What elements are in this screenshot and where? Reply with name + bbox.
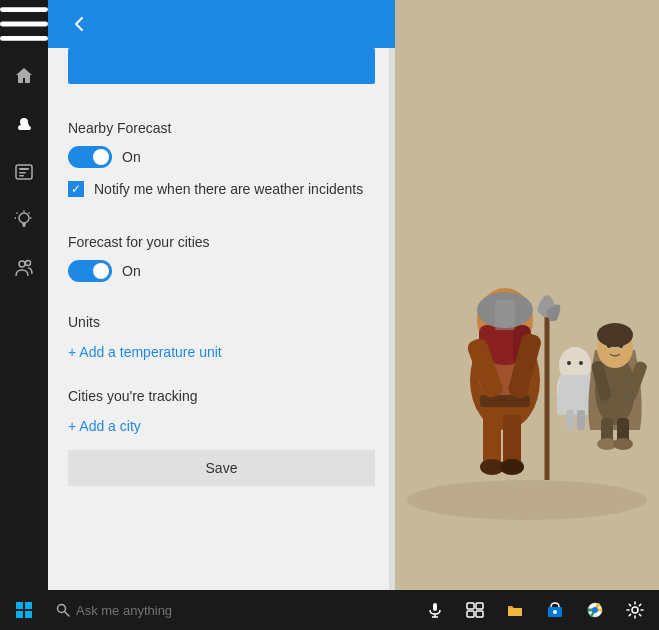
svg-rect-6 xyxy=(503,415,521,465)
svg-point-50 xyxy=(26,261,31,266)
start-button[interactable] xyxy=(0,590,48,630)
search-input[interactable] xyxy=(76,603,320,618)
svg-point-68 xyxy=(592,607,598,613)
svg-rect-5 xyxy=(483,415,501,465)
people-icon xyxy=(14,258,34,278)
panel-header xyxy=(48,0,395,48)
store-icon xyxy=(546,601,564,619)
news-icon xyxy=(14,162,34,182)
search-icon xyxy=(56,603,70,617)
svg-rect-61 xyxy=(476,603,483,609)
svg-rect-22 xyxy=(566,410,574,430)
svg-rect-23 xyxy=(577,410,585,430)
svg-rect-60 xyxy=(467,603,474,609)
cortana-icon[interactable] xyxy=(415,590,455,630)
svg-rect-41 xyxy=(19,172,26,174)
svg-point-21 xyxy=(579,361,583,365)
chrome-icon xyxy=(586,601,604,619)
svg-point-34 xyxy=(613,438,633,450)
hamburger-icon xyxy=(0,0,48,48)
hamburger-menu[interactable] xyxy=(0,0,48,48)
svg-point-49 xyxy=(19,261,25,267)
back-button[interactable] xyxy=(64,8,96,40)
settings-gear-button[interactable] xyxy=(615,590,655,630)
forecast-cities-toggle[interactable] xyxy=(68,260,112,282)
mic-icon xyxy=(426,601,444,619)
sidebar-item-people[interactable] xyxy=(0,244,48,292)
scroll-indicator xyxy=(389,48,395,590)
partial-top-section xyxy=(48,48,395,84)
settings-panel: Nearby Forecast On ✓ Notify me when ther… xyxy=(48,0,395,590)
task-view-button[interactable] xyxy=(455,590,495,630)
weather-incidents-label: Notify me when there are weather inciden… xyxy=(94,180,363,198)
forecast-cities-toggle-label: On xyxy=(122,263,141,279)
desktop-wallpaper xyxy=(395,0,659,580)
add-temperature-unit-link[interactable]: + Add a temperature unit xyxy=(68,344,222,360)
bulb-icon xyxy=(14,210,34,230)
svg-rect-53 xyxy=(16,611,23,618)
svg-line-47 xyxy=(17,213,18,214)
sidebar-item-news[interactable] xyxy=(0,148,48,196)
svg-rect-42 xyxy=(19,175,24,177)
file-explorer-button[interactable] xyxy=(495,590,535,630)
svg-point-1 xyxy=(407,480,647,520)
app-panel: Nearby Forecast On ✓ Notify me when ther… xyxy=(0,0,395,590)
section-gap-2 xyxy=(68,214,375,230)
forecast-cities-toggle-row: On xyxy=(68,260,375,282)
svg-rect-51 xyxy=(16,602,23,609)
partial-button xyxy=(68,48,375,84)
svg-rect-57 xyxy=(433,603,437,611)
svg-rect-14 xyxy=(495,300,515,330)
store-button[interactable] xyxy=(535,590,575,630)
section-gap-3 xyxy=(68,294,375,310)
svg-point-26 xyxy=(597,323,633,347)
content-inner: Nearby Forecast On ✓ Notify me when ther… xyxy=(48,88,395,514)
chrome-button[interactable] xyxy=(575,590,615,630)
windows-logo-icon xyxy=(16,602,32,618)
weather-icon xyxy=(14,114,34,134)
panel-content[interactable]: Nearby Forecast On ✓ Notify me when ther… xyxy=(48,48,395,590)
svg-point-28 xyxy=(619,344,623,348)
svg-rect-54 xyxy=(25,611,32,618)
sidebar-item-home[interactable] xyxy=(0,52,48,100)
toggle-knob xyxy=(93,149,109,165)
weather-incidents-checkbox[interactable]: ✓ xyxy=(68,181,84,197)
svg-rect-64 xyxy=(508,608,522,616)
sidebar-nav xyxy=(0,52,48,292)
nearby-forecast-toggle-label: On xyxy=(122,149,141,165)
home-icon xyxy=(14,66,34,86)
svg-rect-37 xyxy=(0,36,48,41)
sidebar xyxy=(0,0,48,590)
taskbar xyxy=(0,590,659,630)
section-gap-4 xyxy=(68,368,375,384)
checkmark-icon: ✓ xyxy=(71,183,81,195)
sidebar-item-weather[interactable] xyxy=(0,100,48,148)
toggle-knob-2 xyxy=(93,263,109,279)
svg-point-8 xyxy=(500,459,524,475)
taskbar-search-bar[interactable] xyxy=(48,590,328,630)
units-title: Units xyxy=(68,314,375,330)
nearby-forecast-toggle-row: On xyxy=(68,146,375,168)
add-city-link[interactable]: + Add a city xyxy=(68,418,141,434)
svg-rect-36 xyxy=(0,22,48,27)
svg-rect-40 xyxy=(19,168,29,170)
taskbar-icons xyxy=(415,590,659,630)
weather-incidents-row: ✓ Notify me when there are weather incid… xyxy=(68,180,375,198)
gear-icon xyxy=(626,601,644,619)
sidebar-item-light[interactable] xyxy=(0,196,48,244)
cities-title: Cities you're tracking xyxy=(68,388,375,404)
svg-point-69 xyxy=(632,607,638,613)
svg-point-43 xyxy=(19,213,29,223)
nearby-forecast-toggle[interactable] xyxy=(68,146,112,168)
section-gap-1 xyxy=(68,100,375,116)
back-arrow-icon xyxy=(70,14,90,34)
forecast-cities-title: Forecast for your cities xyxy=(68,234,375,250)
svg-line-45 xyxy=(29,213,30,214)
svg-rect-52 xyxy=(25,602,32,609)
svg-point-66 xyxy=(553,610,557,614)
task-view-icon xyxy=(466,601,484,619)
save-button[interactable]: Save xyxy=(68,450,375,486)
svg-point-27 xyxy=(607,344,611,348)
save-button-container: Save xyxy=(68,450,375,494)
svg-rect-35 xyxy=(0,7,48,12)
